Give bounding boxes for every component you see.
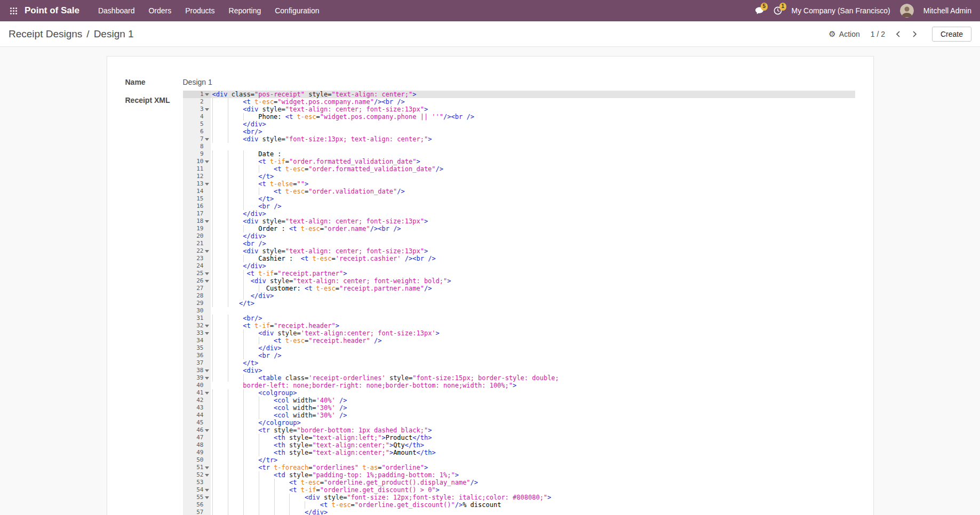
code-line[interactable]: </t> xyxy=(212,359,855,367)
code-line[interactable]: <table class='receipt-orderlines' style=… xyxy=(212,374,855,382)
fold-toggle-icon[interactable] xyxy=(204,277,211,285)
editor-code-area[interactable]: <div class="pos-receipt" style="text-ali… xyxy=(211,91,855,515)
code-line[interactable]: <t t-esc="order.validation_date"/> xyxy=(212,188,855,195)
nav-menu-configuration[interactable]: Configuration xyxy=(268,0,326,21)
receipt-xml-editor[interactable]: 1234567891011121314151617181920212223242… xyxy=(183,91,855,515)
code-line[interactable]: </div> xyxy=(212,210,855,218)
code-line[interactable]: <t t-if="order.formatted_validation_date… xyxy=(212,158,855,165)
code-line[interactable]: <t t-esc="orderline.get_discount()"/>% d… xyxy=(212,501,855,509)
fold-toggle-icon[interactable] xyxy=(204,494,211,501)
code-line[interactable]: <col width='30%' /> xyxy=(212,404,855,412)
fold-toggle-icon[interactable] xyxy=(204,158,211,165)
line-number: 17 xyxy=(183,210,204,218)
code-line[interactable]: </colgroup> xyxy=(212,419,855,427)
code-line[interactable] xyxy=(212,307,855,315)
fold-toggle-icon[interactable] xyxy=(204,322,211,329)
code-line[interactable]: <div style="font-size:13px; text-align: … xyxy=(212,135,855,143)
fold-toggle-icon[interactable] xyxy=(204,218,211,225)
code-line[interactable]: Cashier : <t t-esc='receipt.cashier' /><… xyxy=(212,255,855,262)
action-menu-button[interactable]: ⚙ Action xyxy=(828,30,859,38)
code-line[interactable]: <th style="text-align:center;">Qty</th> xyxy=(212,441,855,449)
code-token: <t xyxy=(285,113,293,120)
fold-toggle-icon[interactable] xyxy=(204,135,211,143)
code-line[interactable]: <col width='40%' /> xyxy=(212,397,855,404)
code-line[interactable]: <t t-if="orderline.get_discount() > 0"> xyxy=(212,486,855,494)
pager-value[interactable]: 1 / 2 xyxy=(871,30,885,38)
code-token: style xyxy=(262,218,281,225)
code-line[interactable]: <div style="text-align: center; font-siz… xyxy=(212,106,855,113)
fold-toggle-icon[interactable] xyxy=(204,270,211,277)
pager-next-button[interactable] xyxy=(907,27,921,41)
fold-toggle-icon[interactable] xyxy=(204,427,211,434)
code-line[interactable]: </div> xyxy=(212,232,855,240)
code-line[interactable]: <col width='30%' /> xyxy=(212,412,855,419)
code-line[interactable]: </t> xyxy=(212,195,855,203)
code-line[interactable]: <th style="text-align:left;">Product</th… xyxy=(212,434,855,441)
code-line[interactable]: </div> xyxy=(212,262,855,270)
fold-toggle-icon[interactable] xyxy=(204,91,211,98)
nav-menu-products[interactable]: Products xyxy=(178,0,221,21)
code-line[interactable]: <br/> xyxy=(212,315,855,322)
nav-menu-orders[interactable]: Orders xyxy=(141,0,178,21)
code-token: /> xyxy=(274,352,281,359)
code-line[interactable]: Phone: <t t-esc="widget.pos.company.phon… xyxy=(212,113,855,120)
fold-toggle-icon[interactable] xyxy=(204,486,211,494)
code-line[interactable]: <t t-else=""> xyxy=(212,180,855,188)
fold-toggle-icon[interactable] xyxy=(204,367,211,374)
breadcrumb-parent[interactable]: Receipt Designs xyxy=(9,28,82,40)
code-line[interactable]: <div style="font-size: 12px;font-style: … xyxy=(212,494,855,501)
code-line[interactable]: <div style="text-align: center; font-siz… xyxy=(212,247,855,255)
code-line[interactable]: <tr t-foreach="orderlines" t-as="orderli… xyxy=(212,464,855,471)
code-line[interactable] xyxy=(212,143,855,150)
code-line[interactable]: <div> xyxy=(212,367,855,374)
code-line[interactable]: <div style="text-align: center; font-wei… xyxy=(212,277,855,285)
code-line[interactable]: <br /> xyxy=(212,203,855,210)
code-line[interactable]: </div> xyxy=(212,344,855,352)
code-line[interactable]: <tr style="border-bottom: 1px dashed bla… xyxy=(212,427,855,434)
avatar[interactable] xyxy=(900,4,914,18)
fold-toggle-icon[interactable] xyxy=(204,464,211,471)
fold-toggle-icon[interactable] xyxy=(204,180,211,188)
fold-toggle-icon[interactable] xyxy=(204,471,211,479)
code-line[interactable]: <br/> xyxy=(212,128,855,135)
activities-button[interactable]: 1 xyxy=(774,6,782,15)
code-line[interactable]: <div style='text-align:center; font-size… xyxy=(212,329,855,337)
fold-toggle-icon[interactable] xyxy=(204,389,211,397)
code-line[interactable]: </tr> xyxy=(212,456,855,464)
code-line[interactable]: <td style="padding-top: 1%;padding-botto… xyxy=(212,471,855,479)
fold-toggle-icon[interactable] xyxy=(204,374,211,382)
nav-menu-reporting[interactable]: Reporting xyxy=(222,0,268,21)
code-line[interactable]: </div> xyxy=(212,292,855,300)
code-line[interactable]: Order : <t t-esc="order.name"/><br /> xyxy=(212,225,855,232)
fold-toggle-icon[interactable] xyxy=(204,247,211,255)
messages-button[interactable]: 5 xyxy=(755,6,764,15)
code-line[interactable]: <t t-esc="orderline.get_product().displa… xyxy=(212,479,855,486)
apps-menu-button[interactable] xyxy=(9,6,18,15)
code-line[interactable]: </div> xyxy=(212,120,855,128)
code-line[interactable]: <br /> xyxy=(212,240,855,247)
code-line[interactable]: <div class="pos-receipt" style="text-ali… xyxy=(211,91,855,98)
app-name[interactable]: Point of Sale xyxy=(25,5,79,16)
code-line[interactable]: <t t-esc="order.formatted_validation_dat… xyxy=(212,165,855,173)
nav-menu-dashboard[interactable]: Dashboard xyxy=(91,0,142,21)
code-line[interactable]: <th style="text-align:center;">Amount</t… xyxy=(212,449,855,456)
code-line[interactable]: <div style="text-align: center; font-siz… xyxy=(212,218,855,225)
code-line[interactable]: <t t-esc="widget.pos.company.name"/><br … xyxy=(212,98,855,106)
code-line[interactable]: </t> xyxy=(212,300,855,307)
code-line[interactable]: Customer: <t t-esc="receipt.partner.name… xyxy=(212,285,855,292)
user-menu[interactable]: Mitchell Admin xyxy=(923,6,971,15)
code-line[interactable]: </t> xyxy=(212,173,855,180)
code-line[interactable]: <t t-if="receipt.partner"> xyxy=(212,270,855,277)
code-line[interactable]: </div> xyxy=(212,509,855,515)
company-switcher[interactable]: My Company (San Francisco) xyxy=(792,6,890,15)
code-line[interactable]: <colgroup> xyxy=(212,389,855,397)
fold-toggle-icon[interactable] xyxy=(204,329,211,337)
code-line[interactable]: <t t-esc="receipt.header" /> xyxy=(212,337,855,344)
fold-toggle-icon[interactable] xyxy=(204,106,211,113)
code-line[interactable]: border-left: none;border-right: none;bor… xyxy=(212,382,855,389)
code-line[interactable]: Date : xyxy=(212,150,855,158)
pager-previous-button[interactable] xyxy=(891,27,905,41)
code-line[interactable]: <t t-if="receipt.header"> xyxy=(212,322,855,329)
code-line[interactable]: <br /> xyxy=(212,352,855,359)
create-button[interactable]: Create xyxy=(932,27,971,42)
